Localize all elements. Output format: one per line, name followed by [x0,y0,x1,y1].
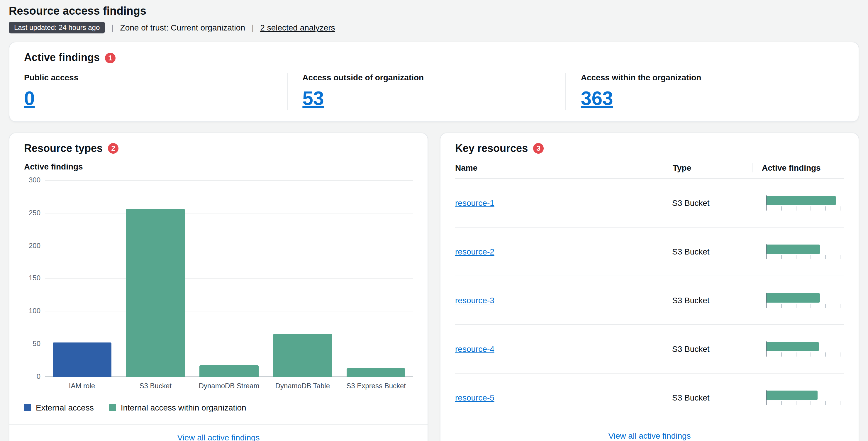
mini-chart-tick [796,207,797,211]
resource-types-count-badge: 2 [108,144,119,154]
resource-types-footer: View all active findings [9,424,428,441]
active-findings-mini-chart [766,390,840,405]
mini-chart-tick [781,207,781,211]
name-cell: resource-1 [455,198,663,208]
y-axis-tick-label: 200 [22,241,40,250]
category-label-s3-express-bucket: S3 Express Bucket [339,382,413,390]
last-updated-badge: Last updated: 24 hours ago [9,22,105,33]
metric-value-link-public-access[interactable]: 0 [24,87,35,110]
view-all-active-findings-link[interactable]: View all active findings [177,433,259,441]
key-resources-count-badge: 3 [533,144,544,154]
mini-chart-tick [840,304,841,308]
chart-legend: External accessInternal access within or… [24,403,413,412]
type-cell: S3 Bucket [663,295,752,305]
resource-link-resource-3[interactable]: resource-3 [455,295,494,305]
active-findings-mini-chart [766,195,840,211]
legend-label: External access [36,403,94,412]
metric-access-within-the-organization: Access within the organization363 [566,73,844,110]
active-findings-bar [767,293,819,303]
key-resources-header: Key resources 3 [455,143,844,155]
bar-slot-dynamodb-table [266,181,339,377]
findings-cell [752,390,844,405]
name-cell: resource-5 [455,392,663,403]
active-findings-mini-chart [766,293,840,308]
legend-swatch [109,404,116,411]
mini-chart-tick [781,255,781,259]
name-cell: resource-2 [455,246,663,257]
metric-value-link-access-outside-of-organization[interactable]: 53 [302,87,324,110]
y-axis-tick-label: 100 [22,307,40,315]
metric-label: Access within the organization [581,73,844,82]
y-axis-tick-label: 0 [22,372,40,381]
legend-label: Internal access within organization [121,403,246,412]
table-row-resource-1: resource-1S3 Bucket [455,179,844,227]
category-label-iam-role: IAM role [45,382,119,390]
resource-link-resource-4[interactable]: resource-4 [455,344,494,354]
active-findings-title: Active findings [24,52,100,64]
page-title: Resource access findings [9,5,859,18]
type-cell: S3 Bucket [663,198,752,208]
metric-value-link-access-within-the-organization[interactable]: 363 [581,87,613,110]
column-header-active-findings: Active findings [752,163,844,172]
y-axis-tick-label: 250 [22,209,40,217]
bars-layer [45,181,413,377]
active-findings-bar [767,390,817,400]
bar-slot-s3-express-bucket [339,181,413,377]
y-axis-tick-label: 300 [22,176,40,184]
resource-link-resource-1[interactable]: resource-1 [455,198,494,208]
findings-cell [752,341,844,356]
mini-chart-tick [796,304,797,308]
active-findings-count-badge: 1 [105,53,116,63]
table-row-resource-3: resource-3S3 Bucket [455,276,844,325]
view-all-active-findings-link[interactable]: View all active findings [608,431,690,440]
findings-cell [752,195,844,211]
mini-chart-tick [825,304,826,308]
active-findings-card: Active findings 1 Public access0Access o… [9,42,859,122]
key-resources-table-body: resource-1S3 Bucketresource-2S3 Bucketre… [455,179,844,422]
mini-chart-tick [781,304,781,308]
y-axis-tick-label: 150 [22,274,40,282]
mini-chart-tick [810,304,811,308]
bar-s3-bucket[interactable] [126,209,185,377]
bar-dynamodb-stream[interactable] [200,365,259,377]
bar-s3-express-bucket[interactable] [347,369,406,377]
mini-chart-tick [825,352,826,356]
resource-link-resource-2[interactable]: resource-2 [455,247,494,256]
selected-analyzers-link[interactable]: 2 selected analyzers [260,23,335,32]
mini-chart-tick [840,255,841,259]
zone-of-trust-label: Zone of trust: Current organization [120,23,245,32]
mini-chart-tick [810,207,811,211]
category-label-dynamodb-table: DynamoDB Table [266,382,339,390]
mini-chart-tick [840,401,841,405]
mini-chart-tick [781,401,781,405]
mini-chart-tick [825,207,826,211]
type-cell: S3 Bucket [663,247,752,256]
name-cell: resource-3 [455,295,663,306]
active-findings-bar [767,196,836,205]
mini-chart-tick [840,207,841,211]
legend-item-external-access: External access [24,403,94,412]
metric-label: Public access [24,73,287,82]
type-cell: S3 Bucket [663,344,752,354]
bar-dynamodb-table[interactable] [273,334,332,377]
active-findings-mini-chart [766,341,840,356]
bar-iam-role[interactable] [53,343,112,377]
active-findings-mini-chart [766,244,840,259]
resource-access-findings-page: Resource access findings Last updated: 2… [0,0,868,441]
metric-label: Access outside of organization [302,73,565,82]
resource-link-resource-5[interactable]: resource-5 [455,393,494,402]
page-meta-row: Last updated: 24 hours ago | Zone of tru… [9,22,859,33]
table-row-resource-4: resource-4S3 Bucket [455,325,844,374]
mini-chart-tick [825,401,826,405]
meta-separator: | [252,23,254,32]
mini-chart-tick [796,352,797,356]
active-findings-header: Active findings 1 [24,52,844,64]
table-row-resource-5: resource-5S3 Bucket [455,374,844,422]
type-cell: S3 Bucket [663,393,752,402]
meta-separator: | [112,23,114,32]
bar-chart-category-labels: IAM roleS3 BucketDynamoDB StreamDynamoDB… [45,382,413,390]
dashboard-grid: Resource types 2 Active findings 0501001… [9,132,859,441]
mini-chart-tick [796,255,797,259]
key-resources-table-header: NameTypeActive findings [455,163,844,179]
column-header-type: Type [663,163,752,172]
